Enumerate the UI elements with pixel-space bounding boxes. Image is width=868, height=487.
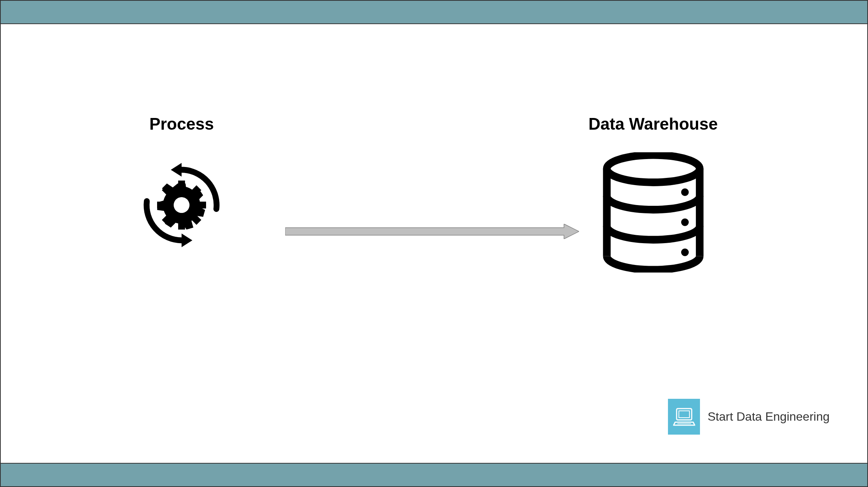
svg-point-14 [607, 155, 700, 182]
svg-rect-5 [178, 221, 185, 230]
svg-point-12 [174, 197, 189, 213]
process-label: Process [133, 115, 231, 133]
process-block: Process [133, 115, 231, 254]
svg-point-17 [681, 248, 689, 256]
svg-marker-13 [285, 224, 579, 239]
svg-rect-7 [197, 202, 206, 208]
svg-marker-1 [182, 233, 193, 247]
svg-point-15 [681, 188, 689, 196]
brand-text: Start Data Engineering [708, 410, 830, 424]
svg-marker-0 [171, 163, 182, 176]
svg-rect-19 [679, 411, 689, 418]
gear-cycle-icon [133, 156, 231, 254]
svg-rect-4 [178, 181, 185, 189]
flow-arrow [285, 224, 579, 239]
slide-content: Process [1, 24, 867, 463]
warehouse-label: Data Warehouse [588, 115, 718, 133]
database-icon [599, 152, 708, 262]
svg-point-16 [681, 218, 689, 226]
warehouse-block: Data Warehouse [588, 115, 718, 262]
laptop-icon [668, 399, 700, 435]
footer-brand: Start Data Engineering [668, 399, 830, 435]
top-bar [1, 1, 867, 24]
svg-rect-6 [157, 202, 166, 208]
bottom-bar [1, 463, 867, 486]
